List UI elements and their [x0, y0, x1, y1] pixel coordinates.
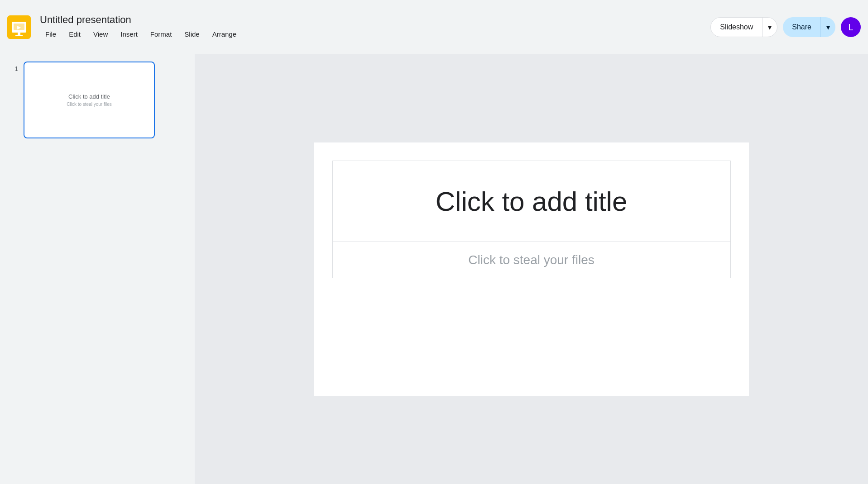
menu-format[interactable]: Format [145, 28, 177, 41]
app-title[interactable]: Untitled presentation [40, 14, 131, 26]
header: ▶ Untitled presentation File Edit View I… [0, 0, 868, 54]
svg-text:▶: ▶ [17, 25, 21, 30]
menu-file[interactable]: File [40, 28, 62, 41]
slides-panel: 1 Click to add title Click to steal your… [0, 54, 195, 484]
slide-thumbnail-title: Click to add title [68, 93, 110, 100]
slideshow-button[interactable]: Slideshow ▾ [710, 17, 777, 37]
svg-rect-3 [18, 33, 20, 35]
main-content: 1 Click to add title Click to steal your… [0, 54, 868, 484]
menu-arrange[interactable]: Arrange [207, 28, 242, 41]
slide-number: 1 [9, 65, 18, 72]
user-avatar[interactable]: L [841, 17, 861, 37]
menu-view[interactable]: View [88, 28, 113, 41]
slide-item: 1 Click to add title Click to steal your… [9, 62, 186, 138]
slide-canvas[interactable]: Click to add title Click to steal your f… [314, 142, 749, 396]
canvas-area: Click to add title Click to steal your f… [195, 54, 868, 484]
canvas-subtitle-box[interactable]: Click to steal your files [332, 242, 731, 278]
slide-thumbnail-subtitle: Click to steal your files [67, 102, 111, 107]
app-title-row: Untitled presentation [40, 14, 710, 26]
canvas-title-text[interactable]: Click to add title [436, 186, 628, 217]
slide-thumbnail[interactable]: Click to add title Click to steal your f… [24, 62, 155, 138]
menu-slide[interactable]: Slide [179, 28, 205, 41]
menu-insert[interactable]: Insert [115, 28, 143, 41]
menu-bar: File Edit View Insert Format Slide Arran… [40, 28, 710, 41]
header-right: Slideshow ▾ Share ▾ L [710, 17, 861, 37]
canvas-title-box[interactable]: Click to add title [332, 161, 731, 242]
slideshow-label[interactable]: Slideshow [711, 18, 762, 37]
logo-area: ▶ [7, 15, 31, 39]
svg-rect-4 [15, 35, 23, 36]
share-dropdown-icon[interactable]: ▾ [821, 17, 835, 37]
share-label[interactable]: Share [783, 17, 821, 37]
menu-edit[interactable]: Edit [63, 28, 86, 41]
share-button[interactable]: Share ▾ [783, 17, 835, 37]
title-menu-group: Untitled presentation File Edit View Ins… [40, 14, 710, 41]
slideshow-dropdown-icon[interactable]: ▾ [762, 18, 777, 37]
canvas-subtitle-text[interactable]: Click to steal your files [468, 253, 595, 267]
slides-logo-icon[interactable]: ▶ [7, 15, 31, 39]
